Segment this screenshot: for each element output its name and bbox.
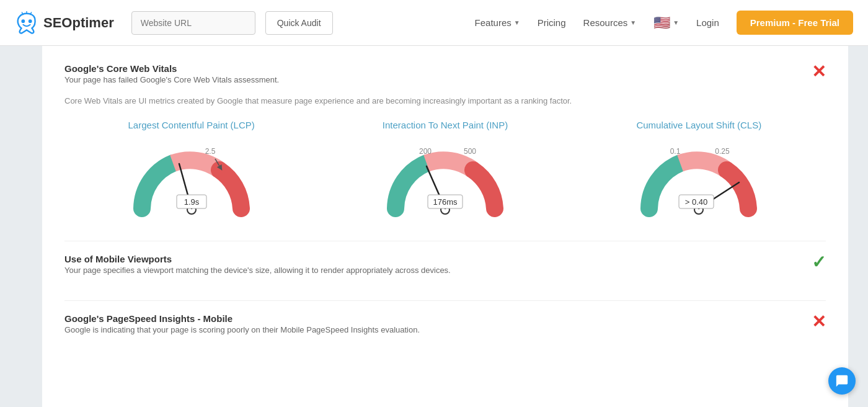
pagespeed-mobile-desc: Google is indicating that your page is s… [64, 324, 420, 336]
cls-svg-wrap: 0.1 0.25 > 0.40 [631, 140, 767, 221]
language-selector[interactable]: 🇺🇸 ▼ [653, 15, 679, 31]
lcp-svg-wrap: 2.5 [123, 140, 260, 221]
cls-svg: 0.1 0.25 > 0.40 [631, 140, 767, 221]
svg-text:176ms: 176ms [433, 197, 458, 207]
svg-point-0 [21, 19, 25, 23]
pagespeed-mobile-header: Google's PageSpeed Insights - Mobile Goo… [64, 313, 826, 340]
mobile-viewports-header: Use of Mobile Viewports Your page specif… [64, 254, 826, 280]
flag-icon: 🇺🇸 [653, 15, 670, 31]
mobile-viewports-titles: Use of Mobile Viewports Your page specif… [64, 254, 451, 280]
premium-button[interactable]: Premium - Free Trial [737, 11, 853, 35]
login-link[interactable]: Login [696, 17, 719, 28]
mobile-viewports-desc: Your page specifies a viewport matching … [64, 264, 451, 277]
navbar: SEOptimer Quick Audit Features ▼ Pricing… [0, 0, 868, 46]
svg-text:200: 200 [419, 147, 432, 156]
mobile-viewports-section: Use of Mobile Viewports Your page specif… [64, 254, 826, 280]
svg-text:1.9s: 1.9s [184, 197, 199, 207]
nav-links: Features ▼ Pricing Resources ▼ 🇺🇸 ▼ Logi… [475, 11, 853, 35]
svg-text:0.1: 0.1 [670, 147, 681, 156]
logo-icon [15, 11, 38, 35]
inp-svg-wrap: 200 500 176ms [377, 140, 513, 221]
core-web-vitals-section: Google's Core Web Vitals Your page has f… [64, 63, 826, 221]
inp-title: Interaction To Next Paint (INP) [383, 120, 508, 130]
mobile-viewports-title: Use of Mobile Viewports [64, 254, 451, 264]
pagespeed-mobile-title: Google's PageSpeed Insights - Mobile [64, 313, 420, 324]
cls-title: Cumulative Layout Shift (CLS) [636, 120, 761, 130]
chat-icon [835, 374, 849, 388]
core-web-vitals-info: Core Web Vitals are UI metrics created b… [64, 95, 826, 108]
core-web-vitals-desc: Your page has failed Google's Core Web V… [64, 74, 279, 86]
url-input[interactable] [131, 11, 255, 35]
core-web-vitals-fail-icon: ✕ [812, 63, 826, 81]
main-layout: Google's Core Web Vitals Your page has f… [0, 46, 868, 407]
cls-gauge: Cumulative Layout Shift (CLS) 0.1 0.25 [585, 120, 813, 221]
svg-text:0.25: 0.25 [715, 147, 730, 156]
lcp-gauge: Largest Contentful Paint (LCP) [77, 120, 305, 221]
chat-button[interactable] [828, 367, 856, 395]
core-web-vitals-title: Google's Core Web Vitals [64, 63, 279, 74]
pagespeed-mobile-titles: Google's PageSpeed Insights - Mobile Goo… [64, 313, 420, 340]
svg-point-1 [29, 19, 32, 23]
mobile-viewports-pass-icon: ✓ [812, 254, 826, 271]
divider-2 [64, 300, 826, 301]
core-web-vitals-header: Google's Core Web Vitals Your page has f… [64, 63, 826, 90]
pagespeed-mobile-fail-icon: ✕ [812, 313, 826, 331]
lcp-svg: 2.5 [123, 140, 260, 221]
lcp-title: Largest Contentful Paint (LCP) [128, 120, 255, 130]
nav-pricing[interactable]: Pricing [538, 17, 566, 28]
sidebar-left [0, 46, 42, 407]
quick-audit-button[interactable]: Quick Audit [265, 11, 333, 35]
chevron-down-icon: ▼ [514, 19, 520, 26]
logo-text: SEOptimer [43, 15, 114, 31]
svg-text:> 0.40: > 0.40 [685, 197, 708, 207]
inp-svg: 200 500 176ms [377, 140, 513, 221]
logo: SEOptimer [15, 11, 114, 35]
inp-gauge: Interaction To Next Paint (INP) 200 500 [331, 120, 559, 221]
sidebar-right [848, 46, 868, 407]
chevron-down-icon-lang: ▼ [673, 19, 679, 26]
divider-1 [64, 241, 826, 241]
gauges-row: Largest Contentful Paint (LCP) [64, 120, 826, 221]
svg-text:500: 500 [464, 147, 476, 156]
chevron-down-icon-resources: ▼ [630, 19, 636, 26]
nav-resources[interactable]: Resources ▼ [583, 17, 637, 28]
pagespeed-mobile-section: Google's PageSpeed Insights - Mobile Goo… [64, 313, 826, 340]
nav-features[interactable]: Features ▼ [475, 17, 520, 28]
core-web-vitals-titles: Google's Core Web Vitals Your page has f… [64, 63, 279, 90]
content-area: Google's Core Web Vitals Your page has f… [42, 46, 848, 407]
svg-text:2.5: 2.5 [205, 147, 215, 156]
